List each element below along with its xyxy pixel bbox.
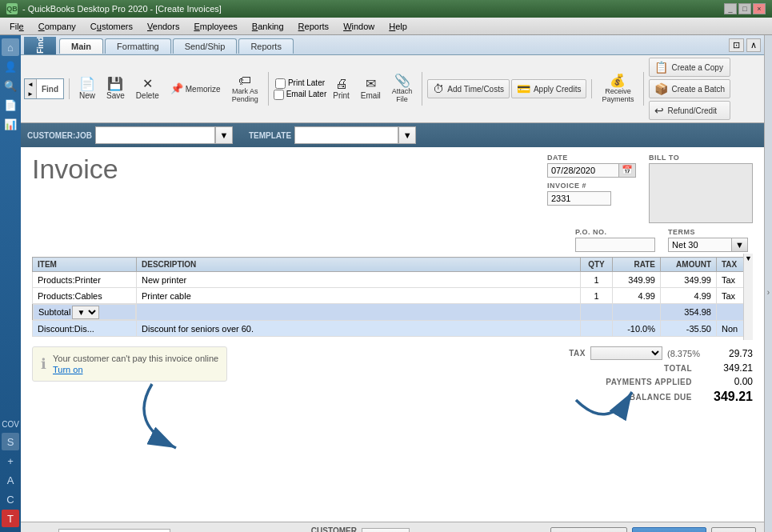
app-icon: QB bbox=[6, 3, 18, 14]
bill-to-group: BILL TO bbox=[649, 154, 753, 223]
memorize-button[interactable]: 📌 Memorize bbox=[166, 81, 226, 97]
invoice-num-label: INVOICE # bbox=[547, 182, 636, 190]
balance-due-value: 349.21 bbox=[705, 390, 753, 404]
customer-job-field: CUSTOMER:JOB ▼ bbox=[27, 126, 233, 144]
find-arrows[interactable]: ◄ ► bbox=[25, 79, 37, 98]
customer-tax-code-select[interactable] bbox=[362, 528, 410, 532]
menu-employees[interactable]: Employees bbox=[187, 20, 243, 33]
memo-input[interactable] bbox=[58, 529, 170, 532]
menu-reports[interactable]: Reports bbox=[292, 20, 336, 33]
action-buttons: Save & Close Save & New Clear bbox=[550, 527, 756, 532]
close-button[interactable]: × bbox=[753, 3, 766, 14]
save-label: Save bbox=[106, 91, 125, 100]
customer-job-input[interactable] bbox=[95, 126, 215, 144]
print-label: Print bbox=[333, 91, 350, 100]
tab-reports[interactable]: Reports bbox=[238, 38, 294, 54]
table-row: Products:Cables Printer cable 1 4.99 4.9… bbox=[33, 288, 753, 304]
date-input-group: 📅 bbox=[547, 163, 636, 178]
template-dropdown[interactable]: ▼ bbox=[398, 126, 416, 144]
receive-payments-button[interactable]: 💰 ReceivePayments bbox=[597, 72, 638, 106]
save-close-button[interactable]: Save & Close bbox=[550, 527, 628, 532]
menu-customers[interactable]: Customers bbox=[84, 20, 139, 33]
add-time-label: Add Time/Costs bbox=[447, 85, 504, 94]
row1-qty: 1 bbox=[581, 272, 613, 288]
mark-pending-button[interactable]: 🏷 Mark AsPending bbox=[227, 72, 263, 106]
template-input[interactable] bbox=[294, 126, 398, 144]
create-copy-icon: 📋 bbox=[654, 61, 668, 74]
apply-credits-button[interactable]: 💳 Apply Credits bbox=[511, 79, 586, 98]
row3-rate bbox=[613, 304, 661, 321]
customer-job-dropdown[interactable]: ▼ bbox=[215, 126, 233, 144]
date-label: DATE bbox=[547, 154, 636, 162]
attach-icon: 📎 bbox=[394, 74, 410, 87]
sidebar-icon-document[interactable]: 📄 bbox=[2, 96, 19, 114]
tab-send-ship[interactable]: Send/Ship bbox=[173, 38, 238, 54]
tab-formatting[interactable]: Formatting bbox=[105, 38, 171, 54]
menu-file[interactable]: File bbox=[3, 20, 30, 33]
terms-input[interactable] bbox=[668, 238, 732, 252]
email-button[interactable]: ✉ Email bbox=[356, 75, 386, 102]
terms-dropdown[interactable]: ▼ bbox=[732, 238, 748, 252]
bill-to-box[interactable] bbox=[649, 163, 753, 223]
create-batch-button[interactable]: 📦 Create a Batch bbox=[649, 79, 730, 98]
invoice-header: Invoice DATE 📅 INVOICE # bbox=[32, 154, 753, 223]
sidebar-icon-a[interactable]: A bbox=[2, 471, 19, 489]
minimize-button[interactable]: _ bbox=[724, 3, 737, 14]
sidebar-icon-add[interactable]: + bbox=[2, 452, 19, 470]
refund-credit-button[interactable]: ↩ Refund/Credit bbox=[649, 101, 730, 120]
clear-button[interactable]: Clear bbox=[711, 527, 756, 532]
payments-row: PAYMENTS APPLIED 0.00 bbox=[606, 376, 753, 387]
calendar-icon[interactable]: 📅 bbox=[619, 163, 636, 178]
restore-button[interactable]: ⊡ bbox=[729, 38, 744, 52]
print-button[interactable]: 🖨 Print bbox=[328, 75, 354, 102]
find-next[interactable]: ► bbox=[25, 89, 36, 98]
subtotal-dropdown[interactable]: ▼ bbox=[72, 306, 99, 319]
save-new-button[interactable]: Save & New bbox=[632, 527, 706, 532]
print-later-checkbox[interactable] bbox=[275, 78, 286, 89]
toolbar-credits-group: ⏱ Add Time/Costs 💳 Apply Credits bbox=[427, 79, 592, 98]
turn-on-link[interactable]: Turn on bbox=[53, 365, 218, 374]
sidebar-icon-t[interactable]: T bbox=[2, 510, 19, 527]
maximize-button[interactable]: □ bbox=[738, 3, 751, 14]
collapse-button[interactable]: ∧ bbox=[746, 38, 761, 52]
find-control[interactable]: ◄ ► Find bbox=[24, 78, 64, 99]
menu-help[interactable]: Help bbox=[382, 20, 414, 33]
title-bar-controls[interactable]: _ □ × bbox=[724, 3, 766, 14]
find-prev[interactable]: ◄ bbox=[25, 79, 36, 89]
sidebar-icon-af[interactable]: A bbox=[2, 529, 19, 532]
tab-main[interactable]: Main bbox=[59, 38, 103, 54]
search-sidebar-label[interactable]: Find bbox=[24, 37, 56, 54]
menu-banking[interactable]: Banking bbox=[246, 20, 290, 33]
sidebar-icon-c[interactable]: C bbox=[2, 490, 19, 508]
create-copy-button[interactable]: 📋 Create a Copy bbox=[649, 58, 730, 77]
po-input[interactable] bbox=[575, 238, 655, 252]
save-button[interactable]: 💾 Save bbox=[102, 75, 130, 102]
title-bar-text: - QuickBooks Desktop Pro 2020 - [Create … bbox=[22, 4, 222, 14]
menu-window[interactable]: Window bbox=[337, 20, 381, 33]
sidebar-icon-home[interactable]: ⌂ bbox=[2, 38, 19, 56]
invoice-num-input[interactable] bbox=[547, 191, 611, 206]
mark-pending-icon: 🏷 bbox=[238, 74, 251, 87]
sidebar-icon-s[interactable]: S bbox=[2, 433, 19, 450]
menu-vendors[interactable]: Vendors bbox=[141, 20, 186, 33]
find-label[interactable]: Find bbox=[37, 85, 63, 94]
right-collapse-handle[interactable]: › bbox=[764, 35, 772, 532]
sidebar-icon-search[interactable]: 🔍 bbox=[2, 77, 19, 94]
menu-company[interactable]: Company bbox=[32, 20, 82, 33]
date-input[interactable] bbox=[547, 163, 619, 178]
email-later-checkbox[interactable] bbox=[274, 90, 284, 100]
template-label: TEMPLATE bbox=[249, 131, 291, 140]
sidebar: ⌂ 👤 🔍 📄 📊 COV S + A C T A bbox=[0, 35, 21, 532]
table-row: Products:Printer New printer 1 349.99 34… bbox=[33, 272, 753, 288]
delete-button[interactable]: ✕ Delete bbox=[131, 75, 164, 102]
sidebar-icon-customers[interactable]: 👤 bbox=[2, 58, 19, 75]
new-button[interactable]: 📄 New bbox=[74, 75, 100, 102]
toolbar-create-group: 📋 Create a Copy 📦 Create a Batch ↩ Refun… bbox=[649, 58, 735, 120]
add-time-costs-button[interactable]: ⏱ Add Time/Costs bbox=[427, 79, 510, 98]
attach-file-button[interactable]: 📎 AttachFile bbox=[387, 72, 418, 106]
tax-select[interactable] bbox=[590, 346, 662, 360]
row3-item: Subtotal ▼ bbox=[33, 304, 136, 320]
sidebar-icon-chart[interactable]: 📊 bbox=[2, 115, 19, 133]
scroll-down[interactable]: ▼ bbox=[744, 254, 753, 263]
invoice-right-fields: DATE 📅 INVOICE # BILL TO bbox=[547, 154, 753, 223]
